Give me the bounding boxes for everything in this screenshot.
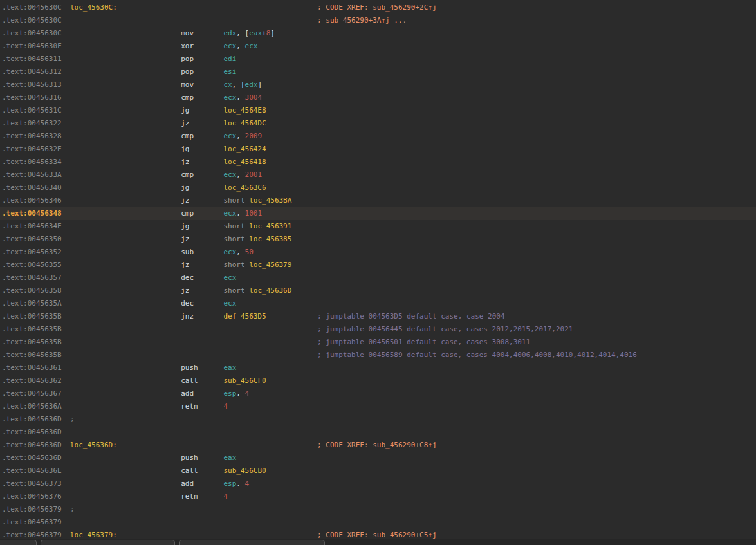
listing-line[interactable]: .text:0045632E jg loc_456424: [0, 143, 756, 156]
symbol-ref[interactable]: loc_4563BA: [249, 196, 291, 205]
symbol-ref[interactable]: sub_456CF0: [223, 376, 266, 385]
symbol-ref[interactable]: loc_4564DC: [223, 119, 266, 127]
symbol-ref[interactable]: loc_456424: [223, 145, 266, 153]
listing-line[interactable]: .text:0045635B jnz def_4563D5 ; jumptabl…: [0, 310, 756, 323]
punctuation: ,: [236, 93, 244, 102]
mnemonic: jg: [181, 145, 189, 153]
listing-line[interactable]: .text:00456379: [0, 516, 756, 529]
address: .text:0045630F: [2, 42, 62, 50]
listing-line[interactable]: .text:00456346 jz short loc_4563BA: [0, 194, 756, 207]
register: esp: [223, 479, 236, 488]
immediate-value: 4: [245, 479, 250, 488]
symbol-ref[interactable]: sub_456CB0: [223, 466, 266, 475]
listing-line-current[interactable]: .text:00456348 cmp ecx, 1001: [0, 207, 756, 220]
listing-line[interactable]: .text:00456328 cmp ecx, 2009: [0, 130, 756, 143]
listing-line[interactable]: .text:0045636D push eax: [0, 452, 756, 465]
listing-line[interactable]: .text:00456313 mov cx, [edx]: [0, 79, 756, 91]
bottom-tab-2[interactable]: [41, 540, 175, 545]
immediate-value: 3004: [245, 93, 263, 102]
listing-line[interactable]: .text:0045636A retn 4: [0, 400, 756, 413]
bottom-tab-1[interactable]: [0, 540, 37, 545]
listing-line[interactable]: .text:00456362 call sub_456CF0: [0, 374, 756, 387]
punctuation: ]: [257, 80, 262, 89]
symbol-ref[interactable]: loc_45636D:: [70, 441, 117, 449]
register: ecx: [223, 171, 236, 179]
address: .text:00456379: [2, 505, 62, 513]
code-listing[interactable]: .text:0045630C loc_45630C: ; CODE XREF: …: [0, 0, 756, 545]
symbol-ref[interactable]: loc_456391: [249, 222, 291, 230]
listing-line[interactable]: .text:0045630C loc_45630C: ; CODE XREF: …: [0, 1, 756, 14]
address: .text:0045635A: [2, 299, 62, 308]
immediate-value: 4: [245, 389, 250, 398]
listing-line[interactable]: .text:0045634E jg short loc_456391: [0, 220, 756, 233]
listing-line[interactable]: .text:00456379 ; -----------------------…: [0, 503, 756, 516]
symbol-ref[interactable]: def_4563D5: [223, 312, 266, 320]
mnemonic: cmp: [181, 171, 194, 179]
listing-line[interactable]: .text:0045636D loc_45636D: ; CODE XREF: …: [0, 439, 756, 452]
symbol-ref[interactable]: loc_4564E8: [223, 106, 266, 115]
listing-line[interactable]: .text:00456357 dec ecx: [0, 272, 756, 284]
listing-line[interactable]: .text:00456358 jz short loc_45636D: [0, 284, 756, 297]
immediate-value: 2001: [245, 171, 263, 179]
immediate-value: 4: [223, 402, 228, 411]
current-address[interactable]: .text:00456348: [2, 209, 62, 217]
symbol-ref[interactable]: loc_45636D: [249, 286, 291, 295]
register: esp: [223, 389, 236, 398]
listing-line[interactable]: .text:00456312 pop esi: [0, 66, 756, 79]
listing-line[interactable]: .text:00456334 jz loc_456418: [0, 156, 756, 169]
listing-line[interactable]: .text:00456355 jz short loc_456379: [0, 259, 756, 272]
listing-line[interactable]: .text:0045636D ; -----------------------…: [0, 413, 756, 426]
address: .text:00456311: [2, 55, 62, 63]
listing-line[interactable]: .text:0045635A dec ecx: [0, 297, 756, 310]
listing-line[interactable]: .text:00456373 add esp, 4: [0, 477, 756, 490]
address: .text:0045636D: [2, 415, 62, 423]
listing-line[interactable]: .text:00456367 add esp, 4: [0, 387, 756, 400]
address: .text:0045635B: [2, 338, 62, 346]
symbol-ref[interactable]: loc_4563C6: [223, 183, 266, 192]
listing-line[interactable]: .text:00456322 jz loc_4564DC: [0, 117, 756, 130]
listing-line[interactable]: .text:0045636E call sub_456CB0: [0, 465, 756, 477]
immediate-value: 2009: [245, 132, 263, 140]
symbol-ref[interactable]: loc_456379: [249, 261, 291, 269]
symbol-ref[interactable]: loc_456418: [223, 158, 266, 166]
listing-line[interactable]: .text:00456350 jz short loc_456385: [0, 233, 756, 246]
address: .text:0045635B: [2, 325, 62, 333]
register: eax: [223, 364, 236, 372]
listing-line[interactable]: .text:0045630F xor ecx, ecx: [0, 40, 756, 53]
listing-line[interactable]: .text:0045631C jg loc_4564E8: [0, 104, 756, 117]
listing-line[interactable]: .text:00456352 sub ecx, 50: [0, 246, 756, 259]
listing-line[interactable]: .text:0045635B ; jumptable 00456445 defa…: [0, 323, 756, 336]
listing-line[interactable]: .text:00456311 pop edi: [0, 53, 756, 66]
symbol-ref[interactable]: loc_456379:: [70, 531, 117, 539]
mnemonic: jg: [181, 183, 189, 192]
register: edx: [245, 80, 258, 89]
listing-line[interactable]: .text:0045630C ; sub_456290+3A↑j ...: [0, 14, 756, 27]
listing-line[interactable]: .text:0045630C mov edx, [eax+8]: [0, 27, 756, 40]
register: eax: [249, 29, 262, 37]
listing-line[interactable]: .text:0045633A cmp ecx, 2001: [0, 169, 756, 181]
register: ecx: [223, 273, 236, 282]
mnemonic: cmp: [181, 209, 194, 217]
mnemonic: cmp: [181, 132, 194, 140]
listing-line[interactable]: .text:00456316 cmp ecx, 3004: [0, 91, 756, 104]
mnemonic: mov: [181, 80, 194, 89]
register: edx: [223, 29, 236, 37]
symbol-ref[interactable]: loc_45630C:: [70, 3, 117, 12]
listing-line[interactable]: .text:00456376 retn 4: [0, 490, 756, 503]
address: .text:0045634E: [2, 222, 62, 230]
keyword-short: short: [223, 286, 249, 295]
listing-line[interactable]: .text:0045635B ; jumptable 00456589 defa…: [0, 349, 756, 362]
bottom-tab-3[interactable]: [179, 540, 325, 545]
listing-line[interactable]: .text:00456361 push eax: [0, 362, 756, 374]
mnemonic: mov: [181, 29, 194, 37]
jumptable-comment: ; jumptable 00456445 default case, cases…: [317, 325, 573, 333]
mnemonic: jz: [181, 158, 189, 166]
register: ecx: [223, 299, 236, 308]
listing-line[interactable]: .text:0045636D: [0, 426, 756, 439]
address: .text:00456334: [2, 158, 62, 166]
listing-line[interactable]: .text:00456340 jg loc_4563C6: [0, 181, 756, 194]
symbol-ref[interactable]: loc_456385: [249, 235, 291, 243]
listing-line[interactable]: .text:0045635B ; jumptable 00456501 defa…: [0, 336, 756, 349]
punctuation: ,: [236, 132, 244, 140]
mnemonic: pop: [181, 68, 194, 76]
